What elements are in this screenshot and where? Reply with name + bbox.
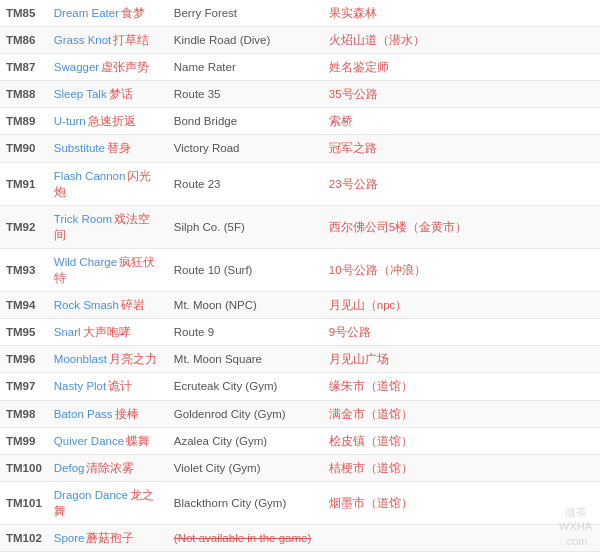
move-name-cn: 急速折返 xyxy=(88,115,136,127)
move-name-cn: 食梦 xyxy=(121,7,145,19)
move-name-en: Moonblast xyxy=(54,353,107,365)
move-name-cn: 月亮之力 xyxy=(109,353,157,365)
move-name-en: Sleep Talk xyxy=(54,88,107,100)
tm-number: TM87 xyxy=(0,54,48,81)
location-cn: 满金市（道馆） xyxy=(323,400,600,427)
move-name: Wild Charge疯狂伏特 xyxy=(48,248,168,291)
tm-number: TM93 xyxy=(0,248,48,291)
move-name-cn: 碎岩 xyxy=(121,299,145,311)
table-row: TM99Quiver Dance蝶舞Azalea City (Gym)桧皮镇（道… xyxy=(0,427,600,454)
location-cn: 月见山（npc） xyxy=(323,292,600,319)
move-name: Moonblast月亮之力 xyxy=(48,346,168,373)
move-name: Substitute替身 xyxy=(48,135,168,162)
move-name-en: Wild Charge xyxy=(54,256,117,268)
tm-table: TM85Dream Eater食梦Berry Forest果实森林TM86Gra… xyxy=(0,0,600,552)
table-row: TM102Spore蘑菇孢子(Not available in the game… xyxy=(0,524,600,551)
tm-number: TM88 xyxy=(0,81,48,108)
move-name-cn: 替身 xyxy=(107,142,131,154)
location-cn: 西尔佛公司5楼（金黄市） xyxy=(323,205,600,248)
table-row: TM87Swagger虚张声势Name Rater姓名鉴定师 xyxy=(0,54,600,81)
tm-number: TM86 xyxy=(0,27,48,54)
move-name-en: Trick Room xyxy=(54,213,112,225)
move-name: Defog清除浓雾 xyxy=(48,454,168,481)
location-en: Victory Road xyxy=(168,135,323,162)
move-name: Sleep Talk梦话 xyxy=(48,81,168,108)
tm-number: TM100 xyxy=(0,454,48,481)
move-name-cn: 接棒 xyxy=(115,408,139,420)
move-name-en: Dragon Dance xyxy=(54,489,128,501)
move-name: Quiver Dance蝶舞 xyxy=(48,427,168,454)
location-en: Berry Forest xyxy=(168,0,323,27)
table-row: TM93Wild Charge疯狂伏特Route 10 (Surf)10号公路（… xyxy=(0,248,600,291)
location-en-strikethrough: (Not available in the game) xyxy=(174,532,311,544)
location-en: Blackthorn City (Gym) xyxy=(168,481,323,524)
move-name-en: Grass Knot xyxy=(54,34,112,46)
location-cn: 缘朱市（道馆） xyxy=(323,373,600,400)
location-cn: 索桥 xyxy=(323,108,600,135)
move-name: Snarl大声咆哮 xyxy=(48,319,168,346)
location-en: Kindle Road (Dive) xyxy=(168,27,323,54)
tm-number: TM95 xyxy=(0,319,48,346)
location-cn: 23号公路 xyxy=(323,162,600,205)
location-cn: 35号公路 xyxy=(323,81,600,108)
table-row: TM95Snarl大声咆哮Route 99号公路 xyxy=(0,319,600,346)
move-name: Rock Smash碎岩 xyxy=(48,292,168,319)
table-row: TM85Dream Eater食梦Berry Forest果实森林 xyxy=(0,0,600,27)
table-row: TM94Rock Smash碎岩Mt. Moon (NPC)月见山（npc） xyxy=(0,292,600,319)
move-name-en: Quiver Dance xyxy=(54,435,124,447)
move-name-en: Baton Pass xyxy=(54,408,113,420)
table-row: TM98Baton Pass接棒Goldenrod City (Gym)满金市（… xyxy=(0,400,600,427)
location-en: Goldenrod City (Gym) xyxy=(168,400,323,427)
location-cn: 冠军之路 xyxy=(323,135,600,162)
location-en: Name Rater xyxy=(168,54,323,81)
location-cn: 火炤山道（潜水） xyxy=(323,27,600,54)
move-name-en: Defog xyxy=(54,462,85,474)
move-name: Baton Pass接棒 xyxy=(48,400,168,427)
tm-number: TM90 xyxy=(0,135,48,162)
move-name-cn: 大声咆哮 xyxy=(83,326,131,338)
move-name-cn: 打草结 xyxy=(113,34,149,46)
location-en: Mt. Moon Square xyxy=(168,346,323,373)
move-name-en: Spore xyxy=(54,532,85,544)
tm-number: TM102 xyxy=(0,524,48,551)
location-cn: 姓名鉴定师 xyxy=(323,54,600,81)
tm-number: TM98 xyxy=(0,400,48,427)
location-cn: 桔梗市（道馆） xyxy=(323,454,600,481)
location-cn: 月见山广场 xyxy=(323,346,600,373)
tm-number: TM89 xyxy=(0,108,48,135)
move-name-en: Snarl xyxy=(54,326,81,338)
move-name-cn: 诡计 xyxy=(108,380,132,392)
move-name: Nasty Plot诡计 xyxy=(48,373,168,400)
move-name-cn: 梦话 xyxy=(109,88,133,100)
move-name: Spore蘑菇孢子 xyxy=(48,524,168,551)
tm-number: TM92 xyxy=(0,205,48,248)
move-name-en: Swagger xyxy=(54,61,99,73)
move-name: Swagger虚张声势 xyxy=(48,54,168,81)
table-row: TM90Substitute替身Victory Road冠军之路 xyxy=(0,135,600,162)
move-name-cn: 蝶舞 xyxy=(126,435,150,447)
table-row: TM88Sleep Talk梦话Route 3535号公路 xyxy=(0,81,600,108)
location-cn: 9号公路 xyxy=(323,319,600,346)
move-name: Grass Knot打草结 xyxy=(48,27,168,54)
move-name: U-turn急速折返 xyxy=(48,108,168,135)
tm-number: TM96 xyxy=(0,346,48,373)
tm-number: TM99 xyxy=(0,427,48,454)
tm-number: TM97 xyxy=(0,373,48,400)
location-en: Route 23 xyxy=(168,162,323,205)
table-row: TM91Flash Cannon闪光炮Route 2323号公路 xyxy=(0,162,600,205)
move-name-cn: 虚张声势 xyxy=(101,61,149,73)
location-en: Silph Co. (5F) xyxy=(168,205,323,248)
tm-number: TM91 xyxy=(0,162,48,205)
table-row: TM97Nasty Plot诡计Ecruteak City (Gym)缘朱市（道… xyxy=(0,373,600,400)
tm-number: TM101 xyxy=(0,481,48,524)
move-name: Dragon Dance龙之舞 xyxy=(48,481,168,524)
table-row: TM100Defog清除浓雾Violet City (Gym)桔梗市（道馆） xyxy=(0,454,600,481)
move-name: Flash Cannon闪光炮 xyxy=(48,162,168,205)
move-name-en: Rock Smash xyxy=(54,299,119,311)
tm-number: TM85 xyxy=(0,0,48,27)
move-name: Trick Room戏法空间 xyxy=(48,205,168,248)
move-name-cn: 清除浓雾 xyxy=(86,462,134,474)
location-cn: 果实森林 xyxy=(323,0,600,27)
move-name-en: Nasty Plot xyxy=(54,380,106,392)
location-en: (Not available in the game) xyxy=(168,524,323,551)
